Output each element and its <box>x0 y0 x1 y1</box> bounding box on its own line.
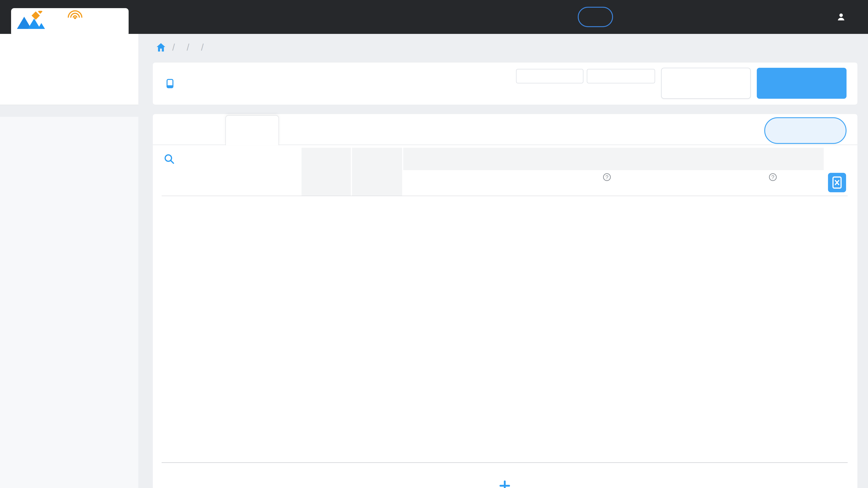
table-body <box>162 196 848 462</box>
breadcrumb-separator: / <box>201 42 204 53</box>
sidebar-divider <box>0 105 138 117</box>
sidebar <box>0 34 138 488</box>
duration-help-icon[interactable]: ? <box>769 173 777 181</box>
breadcrumb-separator: / <box>187 42 189 53</box>
device-config-card: ? ? <box>153 114 857 488</box>
sidebar-top-section <box>0 34 138 105</box>
active-tab-background <box>225 115 279 145</box>
logo-wifi-icon <box>65 9 85 19</box>
storage-column-band <box>352 170 402 196</box>
device-header-card <box>153 63 857 105</box>
plus-icon <box>499 480 511 488</box>
app-root: / / / <box>0 0 868 488</box>
maintain-button[interactable] <box>578 7 613 27</box>
group-header-basic <box>302 148 351 170</box>
device-title-icon <box>164 78 176 90</box>
user-icon <box>836 12 846 22</box>
main-content: / / / <box>138 34 868 488</box>
group-header-alarm <box>403 148 824 170</box>
home-icon[interactable] <box>156 42 166 53</box>
submit-button[interactable] <box>757 68 846 99</box>
topbar <box>0 0 868 34</box>
col-threshold: ? <box>602 170 611 196</box>
page-title <box>164 63 181 105</box>
group-header-storage <box>352 148 402 170</box>
company-logo <box>11 8 129 36</box>
breadcrumb-separator: / <box>172 42 175 53</box>
view-data-button[interactable] <box>764 117 846 144</box>
threshold-help-icon[interactable]: ? <box>603 173 611 181</box>
search-icon[interactable] <box>163 153 175 165</box>
col-duration: ? <box>768 170 777 196</box>
basic-column-band <box>302 170 351 196</box>
breadcrumb: / / / <box>156 42 210 53</box>
delete-button[interactable] <box>661 68 751 99</box>
user-menu[interactable] <box>836 0 848 34</box>
logo-mountains-icon <box>16 11 57 30</box>
export-excel-button[interactable] <box>828 173 846 192</box>
excel-icon <box>831 176 843 189</box>
add-row-button[interactable] <box>499 480 511 488</box>
table-bottom-border <box>162 462 848 463</box>
app-title <box>133 0 147 34</box>
export-template-button[interactable] <box>587 69 655 84</box>
save-template-button[interactable] <box>516 69 583 84</box>
table-column-header-row: ? ? <box>162 170 848 196</box>
